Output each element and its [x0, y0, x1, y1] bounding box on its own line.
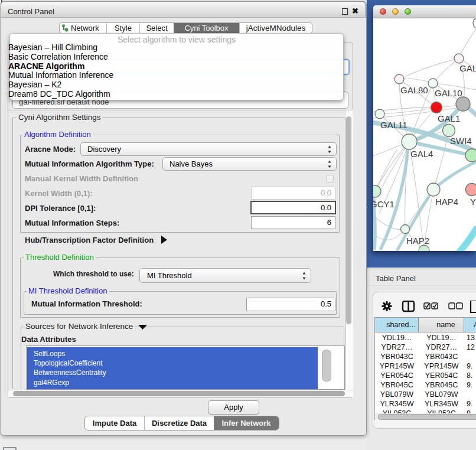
svg-text:GCY1: GCY1 [373, 199, 395, 209]
svg-text:GAL1: GAL1 [438, 113, 460, 123]
svg-text:GAL7: GAL7 [459, 63, 476, 73]
svg-text:YP: YP [470, 197, 476, 207]
svg-text:HAP2: HAP2 [406, 236, 429, 246]
svg-text:GAL80: GAL80 [400, 85, 428, 95]
svg-text:SWI4: SWI4 [450, 136, 472, 146]
svg-text:GAL11: GAL11 [380, 120, 407, 130]
svg-text:HAP4: HAP4 [435, 197, 458, 207]
svg-text:GAL4: GAL4 [410, 149, 433, 159]
svg-text:GAL10: GAL10 [435, 88, 462, 98]
